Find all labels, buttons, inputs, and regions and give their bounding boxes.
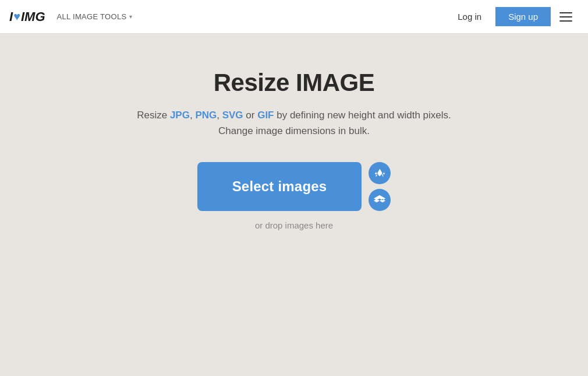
chevron-down-icon: ▾ bbox=[129, 13, 132, 20]
comma2: , bbox=[217, 110, 219, 121]
all-tools-label: ALL IMAGE TOOLS bbox=[57, 12, 127, 21]
logo-heart-icon: ♥ bbox=[13, 10, 20, 23]
logo-i-text: I bbox=[9, 9, 13, 24]
menu-line-1 bbox=[559, 12, 572, 13]
menu-line-2 bbox=[559, 16, 572, 17]
format-png: PNG bbox=[195, 110, 217, 121]
header-right: Log in Sign up bbox=[446, 4, 579, 30]
page-title: Resize IMAGE bbox=[214, 69, 374, 97]
main-content: Resize IMAGE Resize JPG, PNG, SVG or GIF… bbox=[0, 34, 588, 230]
header-left: I ♥ IMG ALL IMAGE TOOLS ▾ bbox=[9, 9, 133, 24]
select-images-button[interactable]: Select images bbox=[197, 162, 362, 211]
menu-line-3 bbox=[559, 20, 572, 22]
login-button[interactable]: Log in bbox=[446, 7, 493, 26]
subtitle-suffix: by defining new height and width pixels. bbox=[274, 110, 451, 121]
subtitle: Resize JPG, PNG, SVG or GIF by defining … bbox=[137, 107, 451, 139]
or-text: or bbox=[243, 110, 258, 121]
signup-button[interactable]: Sign up bbox=[495, 7, 551, 26]
comma1: , bbox=[190, 110, 193, 121]
drop-text: or drop images here bbox=[255, 220, 333, 230]
header: I ♥ IMG ALL IMAGE TOOLS ▾ Log in Sign up bbox=[0, 0, 588, 34]
logo[interactable]: I ♥ IMG bbox=[9, 9, 45, 24]
menu-button[interactable] bbox=[553, 4, 579, 30]
format-jpg: JPG bbox=[170, 110, 190, 121]
format-gif: GIF bbox=[257, 110, 274, 121]
google-drive-upload-button[interactable] bbox=[369, 162, 391, 184]
all-tools-button[interactable]: ALL IMAGE TOOLS ▾ bbox=[57, 12, 133, 21]
format-svg: SVG bbox=[222, 110, 243, 121]
logo-img-text: IMG bbox=[21, 9, 45, 24]
subtitle-line2: Change image dimensions in bulk. bbox=[218, 125, 370, 136]
upload-area: Select images bbox=[197, 162, 391, 211]
upload-icons bbox=[369, 162, 391, 211]
subtitle-prefix: Resize bbox=[137, 110, 170, 121]
dropbox-icon bbox=[374, 194, 385, 206]
google-drive-icon bbox=[374, 167, 385, 179]
dropbox-upload-button[interactable] bbox=[369, 189, 391, 211]
